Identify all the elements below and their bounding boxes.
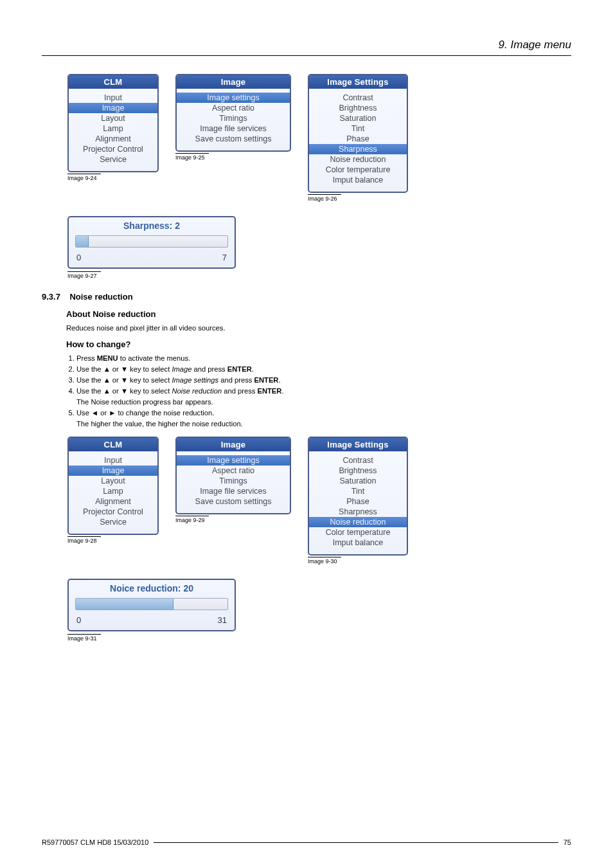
caption: Image 9-24: [67, 174, 101, 181]
menu-item[interactable]: Saturation: [309, 113, 407, 123]
page-footer: R59770057 CLM HD8 15/03/2010 75: [42, 838, 571, 846]
menu-item[interactable]: Brightness: [309, 103, 407, 113]
about-text: Reduces noise and pixel jitter in all vi…: [66, 324, 571, 332]
menu-item[interactable]: Lamp: [69, 486, 157, 496]
menu-item[interactable]: Timings: [177, 113, 290, 123]
menu-item[interactable]: Contrast: [309, 455, 407, 466]
divider: [42, 55, 571, 56]
howto-heading: How to change?: [66, 339, 571, 349]
section-heading: 9.3.7 Noise reduction: [42, 292, 571, 302]
footer-left: R59770057 CLM HD8 15/03/2010: [42, 838, 148, 846]
menu-item[interactable]: Phase: [309, 496, 407, 507]
menu-item[interactable]: Imput balance: [309, 538, 407, 548]
menu-item[interactable]: Brightness: [309, 466, 407, 476]
menu-item[interactable]: Save custom settings: [177, 134, 290, 144]
menu-item[interactable]: Projector Control: [69, 144, 157, 154]
menu-item[interactable]: Timings: [177, 476, 290, 486]
menu-item[interactable]: Image file services: [177, 486, 290, 496]
step: Use the ▲ or ▼ key to select Noise reduc…: [76, 387, 571, 406]
step: Use the ▲ or ▼ key to select Image and p…: [76, 365, 571, 373]
menu-item[interactable]: Image settings: [177, 455, 290, 466]
menu-item[interactable]: Aspect ratio: [177, 466, 290, 476]
slider-fill: [76, 599, 173, 610]
caption: Image 9-29: [175, 516, 209, 523]
page-number: 75: [564, 838, 571, 846]
menu-title: Image Settings: [309, 75, 407, 89]
menu-item[interactable]: Phase: [309, 134, 407, 144]
slider-fill: [76, 236, 89, 247]
menu-item[interactable]: Input: [69, 455, 157, 466]
menu-item[interactable]: Noise reduction: [309, 154, 407, 165]
menu-item[interactable]: Tint: [309, 123, 407, 134]
clm-menu: CLMInputImageLayoutLampAlignmentProjecto…: [67, 437, 159, 535]
menu-item[interactable]: Service: [69, 154, 157, 165]
menu-item[interactable]: Service: [69, 517, 157, 527]
menu-title: CLM: [69, 438, 157, 451]
menu-item[interactable]: Sharpness: [309, 144, 407, 154]
steps-list: Press MENU to activate the menus.Use the…: [66, 354, 571, 428]
menu-item[interactable]: Noise reduction: [309, 517, 407, 527]
menu-item[interactable]: Contrast: [309, 93, 407, 103]
slider-noise: Noice reduction: 20 0 31: [67, 579, 236, 631]
menu-item[interactable]: Alignment: [69, 496, 157, 507]
settings-menu: Image SettingsContrastBrightnessSaturati…: [308, 74, 408, 193]
menu-title: Image Settings: [309, 438, 407, 451]
about-heading: About Noise reduction: [66, 309, 571, 319]
step: Use ◄ or ► to change the noise reduction…: [76, 409, 571, 428]
image-menu: ImageImage settingsAspect ratioTimingsIm…: [175, 437, 291, 514]
caption: Image 9-26: [308, 194, 341, 202]
menu-item[interactable]: Image settings: [177, 93, 290, 103]
menu-item[interactable]: Color temperature: [309, 165, 407, 175]
chapter-title: 9. Image menu: [42, 39, 571, 51]
slider-min: 0: [76, 615, 81, 625]
menu-title: Image: [177, 438, 290, 451]
slider-noise-wrapper: Noice reduction: 20 0 31 Image 9-31: [42, 579, 571, 643]
menu-item[interactable]: Layout: [69, 113, 157, 123]
menu-item[interactable]: Sharpness: [309, 507, 407, 517]
footer-line: [154, 842, 558, 843]
menu-title: CLM: [69, 75, 157, 89]
slider-title: Sharpness: 2: [69, 217, 235, 235]
menu-item[interactable]: Image file services: [177, 123, 290, 134]
menu-title: Image: [177, 75, 290, 89]
clm-menu: CLMInputImageLayoutLampAlignmentProjecto…: [67, 74, 159, 172]
slider-sharpness: Sharpness: 2 0 7: [67, 216, 236, 269]
caption: Image 9-25: [175, 153, 209, 161]
slider-title: Noice reduction: 20: [69, 580, 235, 598]
slider-max: 31: [218, 615, 227, 625]
menu-item[interactable]: Layout: [69, 476, 157, 486]
slider-sharpness-wrapper: Sharpness: 2 0 7 Image 9-27: [42, 216, 571, 280]
caption: Image 9-30: [308, 557, 341, 565]
menu-item[interactable]: Image: [69, 466, 157, 476]
caption: Image 9-28: [67, 536, 101, 544]
slider-track: [69, 235, 235, 250]
step: Use the ▲ or ▼ key to select Image setti…: [76, 376, 571, 384]
menu-item[interactable]: Projector Control: [69, 507, 157, 517]
step: Press MENU to activate the menus.: [76, 354, 571, 362]
caption: Image 9-27: [67, 271, 101, 279]
slider-max: 7: [222, 253, 227, 262]
menu-item[interactable]: Lamp: [69, 123, 157, 134]
menu-item[interactable]: Image: [69, 103, 157, 113]
settings-menu: Image SettingsContrastBrightnessSaturati…: [308, 437, 408, 556]
menu-item[interactable]: Input: [69, 93, 157, 103]
caption: Image 9-31: [67, 634, 101, 642]
slider-min: 0: [76, 253, 81, 262]
menu-item[interactable]: Save custom settings: [177, 496, 290, 507]
screenshot-row-2: CLMInputImageLayoutLampAlignmentProjecto…: [67, 437, 571, 565]
menu-item[interactable]: Alignment: [69, 134, 157, 144]
menu-item[interactable]: Tint: [309, 486, 407, 496]
menu-item[interactable]: Color temperature: [309, 527, 407, 538]
image-menu: ImageImage settingsAspect ratioTimingsIm…: [175, 74, 291, 152]
screenshot-row-1: CLMInputImageLayoutLampAlignmentProjecto…: [67, 74, 571, 202]
slider-track: [69, 598, 235, 613]
menu-item[interactable]: Aspect ratio: [177, 103, 290, 113]
menu-item[interactable]: Saturation: [309, 476, 407, 486]
menu-item[interactable]: Imput balance: [309, 175, 407, 185]
